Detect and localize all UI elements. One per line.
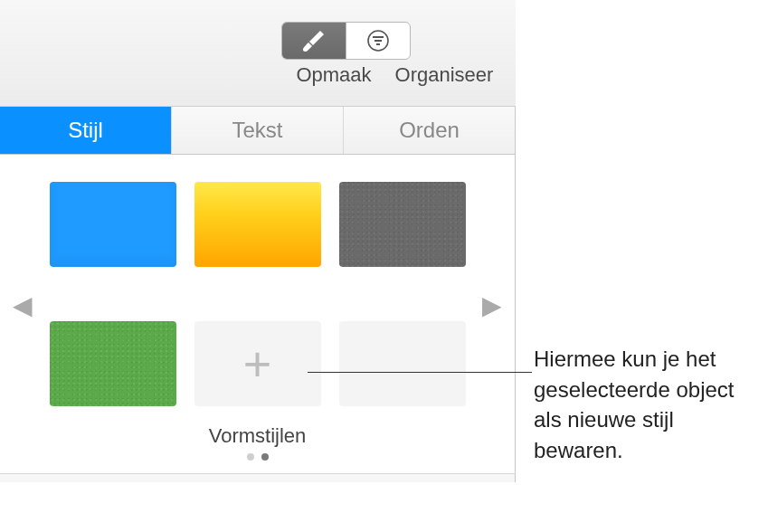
pagination-dots	[42, 453, 473, 461]
annotation-text: Hiermee kun je het geselecteerde object …	[534, 344, 760, 465]
page-dot-2[interactable]	[261, 453, 269, 461]
inspector-tabs: Stijl Tekst Orden	[0, 107, 516, 155]
inspector-mode-segmented-control[interactable]	[281, 22, 411, 60]
segment-opmaak[interactable]	[282, 23, 346, 59]
section-divider	[0, 473, 516, 482]
style-swatch-green[interactable]	[50, 321, 176, 406]
tab-tekst[interactable]: Tekst	[172, 107, 344, 154]
styles-prev-arrow[interactable]: ◀	[13, 290, 33, 320]
paintbrush-icon	[300, 29, 327, 52]
style-swatch-yellow[interactable]	[194, 182, 321, 267]
inspector-panel: Opmaak Organiseer Stijl Tekst Orden ◀ ▶ …	[0, 0, 516, 482]
style-swatch-empty	[339, 321, 466, 406]
style-swatch-blue[interactable]	[50, 182, 176, 267]
plus-icon: +	[243, 339, 272, 388]
page-dot-1[interactable]	[247, 453, 254, 461]
toolbar: Opmaak Organiseer	[0, 0, 516, 107]
styles-next-arrow[interactable]: ▶	[482, 290, 502, 320]
tab-orden[interactable]: Orden	[344, 107, 516, 154]
segment-label-opmaak: Opmaak	[281, 63, 386, 87]
add-style-button[interactable]: +	[194, 321, 321, 406]
tab-stijl[interactable]: Stijl	[0, 107, 172, 154]
segment-label-organiseer: Organiseer	[386, 63, 502, 87]
style-swatch-gray[interactable]	[339, 182, 466, 267]
callout-line	[308, 372, 532, 373]
styles-caption: Vormstijlen	[42, 424, 473, 448]
filter-icon	[365, 29, 392, 52]
shape-styles-panel: ◀ ▶ + Vormstijlen	[0, 155, 516, 473]
segment-labels: Opmaak Organiseer	[281, 63, 502, 87]
segment-organiseer[interactable]	[346, 23, 410, 59]
